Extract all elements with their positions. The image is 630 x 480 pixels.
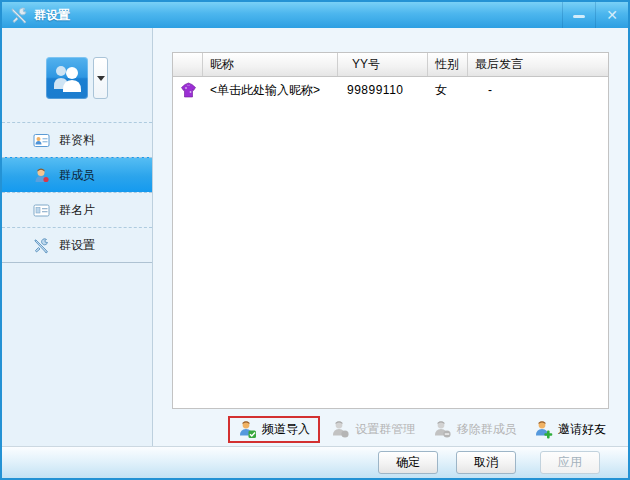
column-header-icon[interactable]: [173, 53, 203, 76]
table-header: 昵称 YY号 性别 最后发言: [173, 53, 608, 77]
column-header-yy-number[interactable]: YY号: [338, 53, 428, 76]
set-group-admin-button: 设置群管理: [325, 416, 421, 443]
cancel-button[interactable]: 取消: [456, 451, 516, 474]
column-header-gender[interactable]: 性别: [428, 53, 468, 76]
sidebar-menu: 群资料 群成员 群名片: [2, 122, 152, 263]
avatar-dropdown-button[interactable]: [93, 57, 108, 99]
dialog-footer: 确定 取消 应用: [2, 446, 628, 478]
minimize-icon: [573, 15, 585, 18]
group-settings-window: 群设置 ✕: [0, 0, 630, 480]
column-header-nickname[interactable]: 昵称: [203, 53, 338, 76]
sidebar-item-group-members[interactable]: 群成员: [2, 157, 152, 192]
group-avatar[interactable]: [46, 57, 88, 99]
sidebar-item-label: 群成员: [59, 167, 95, 184]
action-label: 设置群管理: [355, 421, 415, 438]
member-actions: 频道导入 设置群管理 移除群成员: [228, 414, 612, 444]
sidebar-item-label: 群名片: [59, 202, 95, 219]
row-last-message: -: [468, 83, 608, 97]
window-controls: ✕: [562, 2, 628, 28]
close-icon: ✕: [606, 8, 618, 22]
column-header-last-message[interactable]: 最后发言: [468, 53, 608, 76]
close-button[interactable]: ✕: [595, 2, 628, 28]
remove-member-button: 移除群成员: [427, 416, 523, 443]
sidebar-item-group-settings[interactable]: 群设置: [2, 227, 152, 262]
sidebar-item-label: 群设置: [59, 237, 95, 254]
user-check-icon: [238, 420, 257, 439]
member-icon: [33, 167, 50, 184]
titlebar: 群设置 ✕: [2, 2, 628, 28]
ok-button[interactable]: 确定: [378, 451, 438, 474]
row-gender: 女: [428, 82, 468, 99]
member-table: 昵称 YY号 性别 最后发言 <单击此处输入昵称> 99899110 女 -: [172, 52, 609, 409]
user-plus-icon: [534, 420, 553, 439]
channel-import-button[interactable]: 频道导入: [228, 416, 320, 443]
action-label: 移除群成员: [457, 421, 517, 438]
user-disabled-icon: [331, 420, 350, 439]
group-avatar-icon: [46, 57, 88, 99]
action-label: 邀请好友: [558, 421, 606, 438]
profile-card-icon: [33, 132, 50, 149]
sidebar-item-label: 群资料: [59, 132, 95, 149]
sidebar-item-group-info[interactable]: 群资料: [2, 122, 152, 157]
user-disabled-icon: [433, 420, 452, 439]
row-avatar-cell: [173, 82, 203, 98]
row-yy-number: 99899110: [338, 83, 428, 97]
page-title: 群设置: [34, 7, 70, 24]
sidebar: 群资料 群成员 群名片: [2, 28, 153, 446]
table-row[interactable]: <单击此处输入昵称> 99899110 女 -: [173, 77, 608, 103]
sidebar-item-group-card[interactable]: 群名片: [2, 192, 152, 227]
apply-button: 应用: [540, 451, 600, 474]
tools-icon: [11, 7, 28, 24]
minimize-button[interactable]: [562, 2, 595, 28]
invite-friends-button[interactable]: 邀请好友: [528, 416, 612, 443]
action-label: 频道导入: [262, 421, 310, 438]
purple-shirt-avatar-icon: [181, 82, 196, 98]
tools-icon: [33, 237, 50, 254]
chevron-down-icon: [97, 76, 105, 81]
row-nickname[interactable]: <单击此处输入昵称>: [203, 82, 338, 99]
name-card-icon: [33, 202, 50, 219]
